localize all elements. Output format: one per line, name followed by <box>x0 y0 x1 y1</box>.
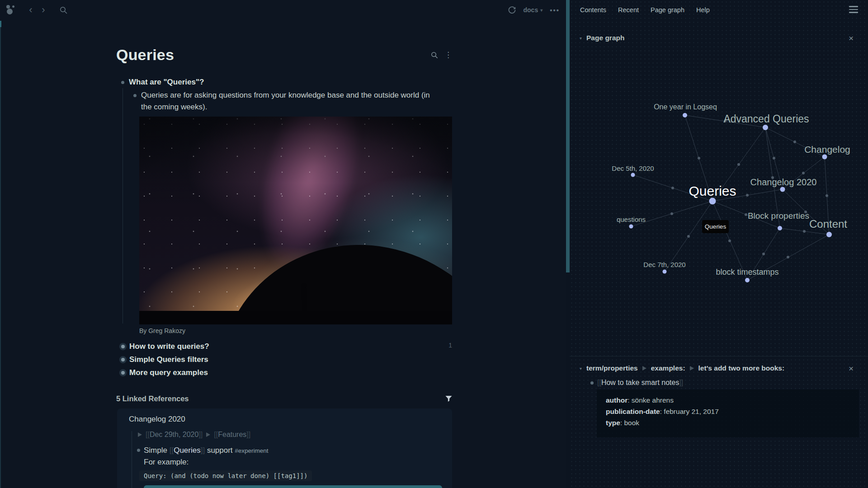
bullet-dot[interactable] <box>137 449 140 452</box>
graph-node-changelog[interactable]: Changelog <box>804 144 850 155</box>
graph-switcher[interactable]: docs ▾ <box>524 6 543 14</box>
ground-silhouette <box>139 311 452 324</box>
breadcrumb-arrow-icon[interactable] <box>206 432 210 437</box>
breadcrumb-lets-add-books[interactable]: let's add two more books: <box>698 364 785 372</box>
block-text: For example: <box>144 456 269 468</box>
chevron-down-icon: ▾ <box>540 8 542 13</box>
graph-node-dec-5th-2020[interactable]: Dec 5th, 2020 <box>612 164 654 172</box>
page-search-icon[interactable] <box>431 52 438 59</box>
breadcrumb-ref[interactable]: Dec 29th, 2020 <box>150 431 199 438</box>
collapse-arrow-icon[interactable]: ▾ <box>580 366 582 371</box>
block-text: support <box>207 446 233 455</box>
graph-switcher-label: docs <box>524 6 538 14</box>
ref-page-link[interactable]: Changelog 2020 <box>129 415 452 424</box>
bracket-close: ]] <box>246 431 250 438</box>
filter-icon[interactable] <box>445 395 452 402</box>
bracket-close: ]] <box>679 379 683 386</box>
collapsed-bullet-dot[interactable] <box>121 371 125 375</box>
block-guide-line <box>132 431 132 488</box>
bracket-open: [[ <box>170 446 174 455</box>
person-silhouette <box>300 283 307 310</box>
linked-count-badge: 1 <box>448 342 452 349</box>
block-guide-line <box>123 88 123 324</box>
block-more-query-examples: More query examples <box>116 366 452 379</box>
block-simple-queries-filters: Simple Queries filters <box>116 353 452 366</box>
graph-node-one-year-in-logseq[interactable]: One year in Logseq <box>654 103 717 111</box>
block-text: Queries are for asking questions from yo… <box>141 89 439 113</box>
linked-reference-card: Changelog 2020 [[Dec 29th, 2020]] [[Feat… <box>117 408 452 488</box>
breadcrumb-ref[interactable]: Features <box>218 431 246 438</box>
block-text: More query examples <box>129 366 208 379</box>
sidebar-resize-handle[interactable] <box>566 0 570 488</box>
page-menu-icon[interactable]: ⋮ <box>444 51 452 59</box>
search-icon[interactable] <box>60 6 67 14</box>
logseq-logo-icon[interactable] <box>5 5 16 15</box>
graph-node-advanced-queries[interactable]: Advanced Queries <box>723 113 809 125</box>
properties-block: author: sönke ahrens publication-date: f… <box>597 389 859 437</box>
graph-node-changelog-2020[interactable]: Changelog 2020 <box>750 177 817 188</box>
close-icon[interactable]: × <box>849 364 854 373</box>
block-text: Simple <box>144 446 167 455</box>
bracket-close: ]] <box>198 431 203 438</box>
ref-block: Simple [[Queries]] support #experiment F… <box>137 445 452 468</box>
window-left-accent-top <box>0 21 1 27</box>
graph-node-queries[interactable]: Queries <box>689 183 736 199</box>
right-sidebar: Contents Recent Page graph Help ▾ Page g… <box>570 0 868 488</box>
bracket-close: ]] <box>201 446 205 455</box>
block-text: Simple Queries filters <box>129 353 208 366</box>
query-code: Query: (and (todo now later done) [[tag1… <box>139 470 312 481</box>
property-type: type: book <box>606 417 850 428</box>
graph-node-questions[interactable]: questions <box>617 216 646 223</box>
tag-experiment[interactable]: #experiment <box>235 447 268 454</box>
block-text: How to write queries? <box>129 340 209 353</box>
bracket-open: [[ <box>146 431 150 438</box>
photo-caption: By Greg Rakozy <box>139 326 452 335</box>
graph-node-block-properties[interactable]: Block properties <box>748 211 809 221</box>
window-left-accent <box>0 21 1 488</box>
ref-breadcrumb: [[Dec 29th, 2020]] [[Features]] <box>138 431 452 439</box>
collapsed-blocks: How to write queries? 1 Simple Queries f… <box>116 340 452 379</box>
graph-node-block-timestamps[interactable]: block timestamps <box>716 267 778 277</box>
breadcrumb-arrow-icon[interactable] <box>138 432 142 437</box>
block-how-to-write-queries: How to write queries? 1 <box>116 340 452 353</box>
more-options-icon[interactable]: ••• <box>550 6 560 14</box>
block-what-are-queries: What are "Queries"? Queries are for aski… <box>116 76 452 335</box>
breadcrumb-examples[interactable]: examples: <box>651 364 685 372</box>
main-toolbar: ‹ › docs ▾ ••• <box>0 0 566 20</box>
smart-notes-block: [[How to take smart notes]] <box>590 379 683 387</box>
bullet-dot[interactable] <box>590 381 594 385</box>
graph-node-tooltip: Queries <box>702 220 729 233</box>
sidebar-section-divider <box>570 356 868 357</box>
collapsed-bullet-dot[interactable] <box>121 345 125 348</box>
sync-icon[interactable] <box>508 6 516 14</box>
linked-references-header: 5 Linked References <box>116 394 189 403</box>
page-graph-canvas[interactable]: One year in Logseq Advanced Queries Chan… <box>570 0 868 357</box>
graph-edges <box>570 0 868 357</box>
bullet-dot[interactable] <box>121 81 124 84</box>
sidebar-resize-accent <box>566 0 570 272</box>
breadcrumb-arrow-icon <box>690 366 694 371</box>
page-title: Queries <box>116 46 174 64</box>
property-publication-date: publication-date: february 21, 2017 <box>606 406 850 417</box>
query-result-table-header[interactable] <box>144 485 442 488</box>
breadcrumb-arrow-icon <box>642 366 646 371</box>
nav-forward-icon[interactable]: › <box>37 5 50 15</box>
bracket-open: [[ <box>214 431 218 438</box>
graph-node-dec-7th-2020[interactable]: Dec 7th, 2020 <box>643 261 685 268</box>
bracket-open: [[ <box>597 379 601 386</box>
property-author: author: sönke ahrens <box>606 394 850 406</box>
block-section-breadcrumb: ▾ term/properties examples: let's add tw… <box>570 364 868 372</box>
collapsed-bullet-dot[interactable] <box>121 358 125 361</box>
nav-back-icon[interactable]: ‹ <box>24 5 37 15</box>
breadcrumb-term-properties[interactable]: term/properties <box>586 364 638 372</box>
bullet-dot[interactable] <box>133 94 137 97</box>
page-ref-queries[interactable]: Queries <box>174 446 201 455</box>
starry-sky-photo[interactable] <box>139 117 452 324</box>
page-content: Queries ⋮ What are "Queries"? Queries ar… <box>116 20 452 488</box>
block-text: What are "Queries"? <box>129 76 204 88</box>
graph-node-content[interactable]: Content <box>809 218 847 230</box>
page-ref-smart-notes[interactable]: How to take smart notes <box>601 379 679 386</box>
